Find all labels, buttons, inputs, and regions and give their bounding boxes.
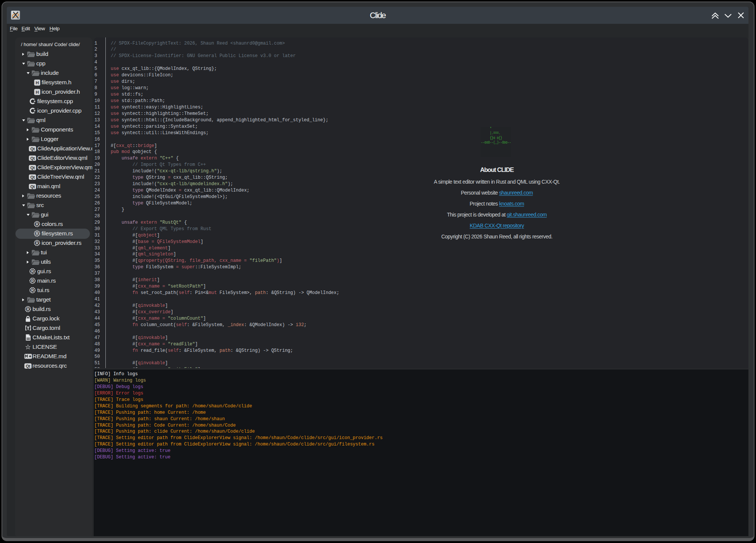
- svg-text:R: R: [36, 241, 39, 245]
- svg-text:H: H: [36, 80, 39, 85]
- svg-text:R: R: [36, 232, 39, 236]
- svg-text:Qt: Qt: [26, 364, 30, 368]
- svg-text:R: R: [31, 279, 34, 283]
- svg-text:R: R: [36, 222, 39, 226]
- svg-text:Qt: Qt: [30, 184, 35, 189]
- svg-text:R: R: [31, 269, 34, 274]
- svg-text:Qt: Qt: [30, 165, 35, 170]
- svg-text:R: R: [31, 288, 34, 292]
- svg-text:R: R: [27, 307, 30, 311]
- svg-text:H: H: [36, 90, 39, 94]
- svg-text:Qt: Qt: [30, 175, 35, 179]
- svg-text:Qt: Qt: [30, 156, 35, 160]
- svg-text:Qt: Qt: [30, 146, 35, 151]
